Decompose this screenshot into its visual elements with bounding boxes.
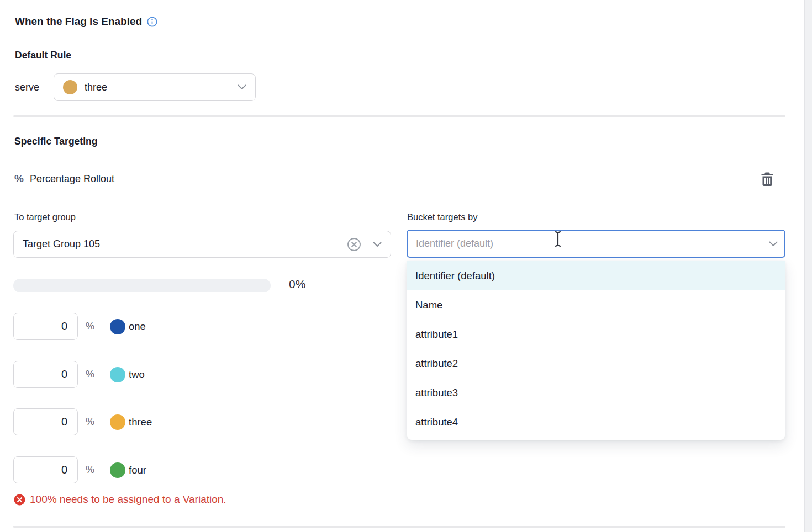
menu-option-identifier-default[interactable]: Identifier (default) (407, 261, 785, 290)
menu-option-attribute3[interactable]: attribute3 (407, 378, 785, 407)
percent-sign: % (86, 321, 101, 332)
percent-sign: % (86, 416, 101, 428)
rollout-total-percent: 0% (289, 278, 305, 291)
bucket-options-menu: Identifier (default) Name attribute1 att… (407, 261, 785, 440)
bucket-targets-label: Bucket targets by (407, 212, 477, 222)
target-group-select[interactable]: Target Group 105 (13, 231, 391, 258)
validation-error: 100% needs to be assigned to a Variation… (14, 493, 226, 506)
variation-color-dot (110, 414, 125, 430)
variation-percent-input-four[interactable] (13, 456, 78, 483)
section-divider (13, 115, 785, 117)
serve-variation-select[interactable]: three (54, 73, 256, 101)
target-group-label: To target group (14, 212, 76, 222)
variation-percent-input-three[interactable] (13, 408, 78, 435)
variation-name: two (129, 369, 145, 381)
delete-rule-button[interactable] (759, 171, 776, 189)
error-message: 100% needs to be assigned to a Variation… (30, 493, 226, 506)
menu-option-name[interactable]: Name (407, 290, 785, 320)
variation-name: three (129, 416, 152, 428)
bottom-divider (13, 526, 785, 528)
variation-row-four: % four (13, 456, 146, 483)
percent-sign: % (86, 464, 101, 476)
default-rule-heading: Default Rule (15, 50, 71, 61)
default-rule-serve-row: serve three (15, 73, 256, 101)
serve-selected-value: three (85, 82, 107, 93)
flag-targeting-panel: When the Flag is Enabled Default Rule se… (0, 0, 812, 532)
percent-sign: % (86, 369, 101, 380)
variation-row-two: % two (13, 361, 145, 388)
page-title-text: When the Flag is Enabled (15, 15, 142, 28)
menu-option-attribute4[interactable]: attribute4 (407, 407, 785, 437)
variation-color-dot (63, 80, 77, 94)
bucket-targets-field (407, 230, 785, 258)
variation-name: one (129, 321, 146, 333)
variation-row-one: % one (13, 313, 146, 340)
target-group-value: Target Group 105 (14, 238, 100, 250)
scrollbar-track[interactable] (804, 0, 812, 532)
trash-icon (761, 172, 774, 188)
menu-option-attribute1[interactable]: attribute1 (407, 320, 785, 349)
menu-option-attribute2[interactable]: attribute2 (407, 349, 785, 378)
clear-circle-icon[interactable] (347, 237, 361, 252)
bucket-targets-input[interactable] (407, 230, 785, 258)
variation-percent-input-one[interactable] (13, 313, 78, 340)
variation-name: four (129, 464, 146, 476)
variation-percent-input-two[interactable] (13, 361, 78, 388)
rollout-progress-bar (13, 279, 271, 292)
variation-color-dot (110, 462, 125, 478)
chevron-down-icon (238, 84, 246, 90)
chevron-down-icon (373, 242, 382, 247)
error-circle-icon (14, 494, 25, 506)
percentage-rollout-title: Percentage Rollout (30, 173, 114, 185)
percentage-rollout-header: % Percentage Rollout (14, 173, 114, 185)
specific-targeting-heading: Specific Targeting (14, 136, 97, 147)
info-icon[interactable] (147, 17, 157, 27)
percentage-rollout-icon: % (14, 173, 24, 185)
serve-label: serve (15, 82, 54, 93)
variation-color-dot (110, 319, 125, 334)
variation-row-three: % three (13, 408, 152, 435)
variation-color-dot (110, 367, 125, 382)
page-title: When the Flag is Enabled (15, 15, 157, 28)
